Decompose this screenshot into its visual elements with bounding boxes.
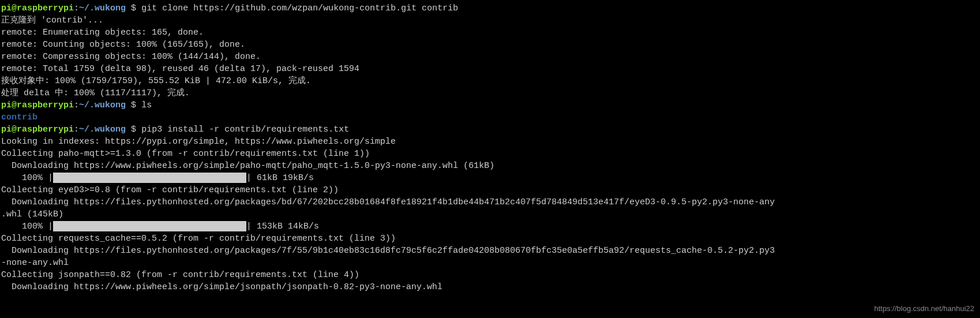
output-line: remote: Compressing objects: 100% (144/1… (1, 51, 979, 63)
prompt-host: raspberrypi (17, 3, 74, 13)
prompt-user: pi (1, 3, 12, 13)
output-line: 处理 delta 中: 100% (1117/1117), 完成. (1, 87, 979, 99)
output-line: remote: Total 1759 (delta 98), reused 46… (1, 63, 979, 75)
progress-bar (53, 221, 246, 231)
prompt-symbol: $ (126, 3, 136, 13)
ls-output-dir: contrib (1, 111, 979, 124)
output-line: Collecting requests_cache==0.5.2 (from -… (1, 233, 979, 245)
prompt-at: @ (12, 100, 17, 110)
output-line: Downloading https://www.piwheels.org/sim… (1, 160, 979, 172)
prompt-line-2[interactable]: pi@raspberrypi:~/.wukong $ ls (1, 99, 979, 111)
progress-line-1: 100% || 61kB 19kB/s (1, 172, 979, 184)
prompt-at: @ (12, 125, 17, 134)
command-1 (136, 3, 141, 13)
output-line: 正克隆到 'contrib'... (1, 14, 979, 27)
command-3-text: pip3 install -r contrib/requirements.txt (141, 125, 349, 134)
prompt-colon: : (74, 100, 79, 110)
prompt-path: ~/.wukong (79, 125, 126, 134)
output-line: Downloading https://www.piwheels.org/sim… (1, 281, 979, 293)
output-line: Downloading https://files.pythonhosted.o… (1, 245, 979, 257)
prompt-symbol: $ (126, 100, 136, 110)
prompt-path: ~/.wukong (79, 100, 126, 110)
output-line: 接收对象中: 100% (1759/1759), 555.52 KiB | 47… (1, 75, 979, 87)
command-3 (136, 125, 141, 134)
prompt-path: ~/.wukong (79, 3, 126, 13)
progress-bar (53, 173, 246, 183)
prompt-host: raspberrypi (17, 100, 74, 110)
command-1-text: git clone https://github.com/wzpan/wukon… (141, 3, 458, 13)
output-line: Collecting paho-mqtt>=1.3.0 (from -r con… (1, 148, 979, 160)
progress-speed: | 153kB 14kB/s (246, 222, 319, 231)
command-2 (136, 100, 141, 110)
prompt-colon: : (74, 3, 79, 13)
output-line: remote: Enumerating objects: 165, done. (1, 27, 979, 39)
prompt-user: pi (1, 125, 12, 134)
output-line: .whl (145kB) (1, 208, 979, 220)
prompt-host: raspberrypi (17, 125, 74, 134)
progress-speed: | 61kB 19kB/s (246, 173, 314, 183)
progress-percent: 100% | (1, 173, 53, 183)
prompt-line-1[interactable]: pi@raspberrypi:~/.wukong $ git clone htt… (1, 2, 979, 14)
output-line: Collecting jsonpath==0.82 (from -r contr… (1, 269, 979, 281)
prompt-colon: : (74, 125, 79, 134)
command-2-text: ls (141, 100, 152, 110)
output-line: remote: Counting objects: 100% (165/165)… (1, 39, 979, 51)
progress-line-2: 100% || 153kB 14kB/s (1, 220, 979, 233)
output-line: Downloading https://files.pythonhosted.o… (1, 196, 979, 208)
prompt-user: pi (1, 100, 12, 110)
watermark: https://blog.csdn.net/hanhui22 (874, 302, 974, 315)
prompt-at: @ (12, 3, 17, 13)
output-line: Collecting eyeD3>=0.8 (from -r contrib/r… (1, 184, 979, 196)
prompt-line-3[interactable]: pi@raspberrypi:~/.wukong $ pip3 install … (1, 124, 979, 136)
output-line: Looking in indexes: https://pypi.org/sim… (1, 136, 979, 148)
output-line: -none-any.whl (1, 257, 979, 269)
prompt-symbol: $ (126, 125, 136, 134)
progress-percent: 100% | (1, 222, 53, 231)
